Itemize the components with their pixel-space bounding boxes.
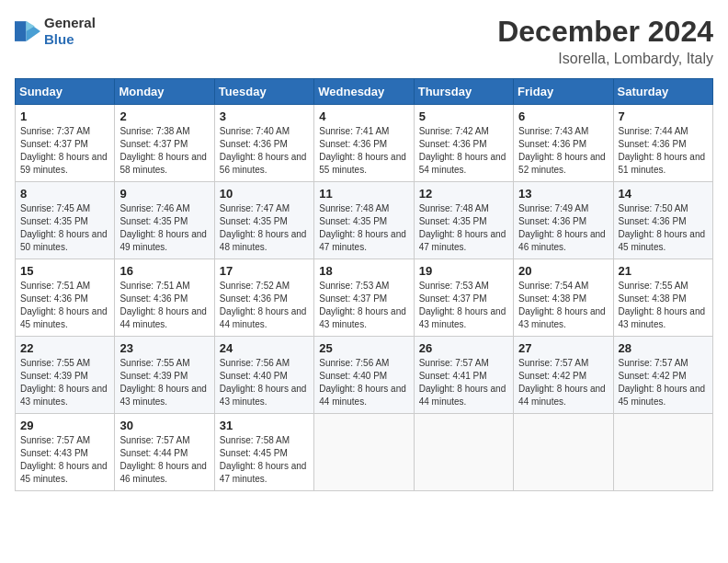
logo-general: General [44, 15, 96, 30]
calendar-cell: 5Sunrise: 7:42 AMSunset: 4:36 PMDaylight… [414, 105, 513, 182]
calendar-cell: 31Sunrise: 7:58 AMSunset: 4:45 PMDayligh… [214, 414, 313, 491]
day-number: 4 [319, 109, 408, 123]
day-number: 17 [220, 264, 309, 278]
calendar-cell: 13Sunrise: 7:49 AMSunset: 4:36 PMDayligh… [514, 182, 613, 259]
logo-icon [15, 21, 40, 41]
calendar-cell: 6Sunrise: 7:43 AMSunset: 4:36 PMDaylight… [514, 105, 613, 182]
calendar-cell: 22Sunrise: 7:55 AMSunset: 4:39 PMDayligh… [16, 337, 115, 414]
day-info: Sunrise: 7:47 AMSunset: 4:35 PMDaylight:… [220, 202, 309, 254]
day-info: Sunrise: 7:57 AMSunset: 4:41 PMDaylight:… [419, 357, 508, 408]
calendar-week-4: 22Sunrise: 7:55 AMSunset: 4:39 PMDayligh… [16, 337, 713, 414]
day-info: Sunrise: 7:38 AMSunset: 4:37 PMDaylight:… [119, 125, 209, 177]
day-header-friday: Friday [514, 79, 613, 105]
calendar-week-1: 1Sunrise: 7:37 AMSunset: 4:37 PMDaylight… [16, 105, 713, 182]
day-header-sunday: Sunday [16, 79, 115, 105]
day-number: 2 [119, 109, 209, 123]
day-info: Sunrise: 7:48 AMSunset: 4:35 PMDaylight:… [319, 202, 408, 254]
day-header-monday: Monday [115, 79, 214, 105]
day-info: Sunrise: 7:55 AMSunset: 4:39 PMDaylight:… [20, 357, 109, 408]
calendar-cell: 17Sunrise: 7:52 AMSunset: 4:36 PMDayligh… [214, 259, 313, 337]
calendar-cell: 15Sunrise: 7:51 AMSunset: 4:36 PMDayligh… [16, 259, 115, 337]
calendar-cell: 25Sunrise: 7:56 AMSunset: 4:40 PMDayligh… [314, 337, 414, 414]
day-info: Sunrise: 7:48 AMSunset: 4:35 PMDaylight:… [419, 202, 508, 254]
day-number: 15 [20, 264, 109, 278]
calendar-cell: 7Sunrise: 7:44 AMSunset: 4:36 PMDaylight… [613, 105, 712, 182]
day-number: 28 [619, 341, 708, 355]
day-number: 21 [619, 264, 708, 278]
calendar-cell: 2Sunrise: 7:38 AMSunset: 4:37 PMDaylight… [115, 105, 214, 182]
svg-rect-0 [15, 21, 26, 41]
day-info: Sunrise: 7:45 AMSunset: 4:35 PMDaylight:… [20, 202, 109, 254]
calendar-cell [613, 414, 712, 491]
calendar-cell: 9Sunrise: 7:46 AMSunset: 4:35 PMDaylight… [115, 182, 214, 259]
calendar-cell: 8Sunrise: 7:45 AMSunset: 4:35 PMDaylight… [16, 182, 115, 259]
day-info: Sunrise: 7:56 AMSunset: 4:40 PMDaylight:… [319, 357, 408, 408]
calendar-cell: 16Sunrise: 7:51 AMSunset: 4:36 PMDayligh… [115, 259, 214, 337]
day-info: Sunrise: 7:55 AMSunset: 4:38 PMDaylight:… [619, 280, 708, 331]
day-info: Sunrise: 7:43 AMSunset: 4:36 PMDaylight:… [518, 125, 608, 177]
calendar-week-5: 29Sunrise: 7:57 AMSunset: 4:43 PMDayligh… [16, 414, 713, 491]
page-header: General Blue December 2024 Isorella, Lom… [15, 15, 713, 67]
day-info: Sunrise: 7:49 AMSunset: 4:36 PMDaylight:… [518, 202, 608, 254]
day-number: 7 [619, 109, 708, 123]
day-number: 27 [518, 341, 608, 355]
day-info: Sunrise: 7:37 AMSunset: 4:37 PMDaylight:… [20, 125, 109, 177]
calendar-cell: 4Sunrise: 7:41 AMSunset: 4:36 PMDaylight… [314, 105, 414, 182]
calendar-cell: 30Sunrise: 7:57 AMSunset: 4:44 PMDayligh… [115, 414, 214, 491]
day-header-wednesday: Wednesday [314, 79, 414, 105]
day-info: Sunrise: 7:58 AMSunset: 4:45 PMDaylight:… [220, 434, 309, 486]
logo-text: General Blue [44, 15, 96, 48]
day-info: Sunrise: 7:50 AMSunset: 4:36 PMDaylight:… [619, 202, 708, 254]
day-info: Sunrise: 7:53 AMSunset: 4:37 PMDaylight:… [419, 280, 508, 331]
day-number: 8 [20, 187, 109, 201]
calendar-table: SundayMondayTuesdayWednesdayThursdayFrid… [15, 78, 713, 491]
calendar-cell: 24Sunrise: 7:56 AMSunset: 4:40 PMDayligh… [214, 337, 313, 414]
day-info: Sunrise: 7:57 AMSunset: 4:44 PMDaylight:… [119, 434, 209, 486]
location-title: Isorella, Lombardy, Italy [497, 51, 713, 67]
day-info: Sunrise: 7:51 AMSunset: 4:36 PMDaylight:… [119, 280, 209, 331]
logo: General Blue [15, 15, 96, 48]
day-info: Sunrise: 7:51 AMSunset: 4:36 PMDaylight:… [20, 280, 109, 331]
day-number: 25 [319, 341, 408, 355]
day-number: 26 [419, 341, 508, 355]
day-number: 16 [119, 264, 209, 278]
calendar-header-row: SundayMondayTuesdayWednesdayThursdayFrid… [16, 79, 713, 105]
logo-blue: Blue [44, 31, 74, 47]
day-number: 6 [518, 109, 608, 123]
calendar-cell: 27Sunrise: 7:57 AMSunset: 4:42 PMDayligh… [514, 337, 613, 414]
calendar-cell [414, 414, 513, 491]
calendar-cell: 1Sunrise: 7:37 AMSunset: 4:37 PMDaylight… [16, 105, 115, 182]
day-number: 29 [20, 419, 109, 432]
day-info: Sunrise: 7:42 AMSunset: 4:36 PMDaylight:… [419, 125, 508, 177]
calendar-cell: 11Sunrise: 7:48 AMSunset: 4:35 PMDayligh… [314, 182, 414, 259]
day-info: Sunrise: 7:56 AMSunset: 4:40 PMDaylight:… [220, 357, 309, 408]
calendar-cell: 21Sunrise: 7:55 AMSunset: 4:38 PMDayligh… [613, 259, 712, 337]
calendar-cell: 3Sunrise: 7:40 AMSunset: 4:36 PMDaylight… [214, 105, 313, 182]
day-info: Sunrise: 7:40 AMSunset: 4:36 PMDaylight:… [220, 125, 309, 177]
calendar-cell: 26Sunrise: 7:57 AMSunset: 4:41 PMDayligh… [414, 337, 513, 414]
day-header-tuesday: Tuesday [214, 79, 313, 105]
day-number: 18 [319, 264, 408, 278]
day-header-saturday: Saturday [613, 79, 712, 105]
day-number: 5 [419, 109, 508, 123]
day-info: Sunrise: 7:44 AMSunset: 4:36 PMDaylight:… [619, 125, 708, 177]
calendar-week-2: 8Sunrise: 7:45 AMSunset: 4:35 PMDaylight… [16, 182, 713, 259]
day-number: 10 [220, 187, 309, 201]
day-info: Sunrise: 7:57 AMSunset: 4:43 PMDaylight:… [20, 434, 109, 486]
day-info: Sunrise: 7:57 AMSunset: 4:42 PMDaylight:… [619, 357, 708, 408]
day-number: 22 [20, 341, 109, 355]
calendar-cell: 28Sunrise: 7:57 AMSunset: 4:42 PMDayligh… [613, 337, 712, 414]
calendar-cell [514, 414, 613, 491]
calendar-cell: 10Sunrise: 7:47 AMSunset: 4:35 PMDayligh… [214, 182, 313, 259]
day-number: 11 [319, 187, 408, 201]
calendar-cell: 20Sunrise: 7:54 AMSunset: 4:38 PMDayligh… [514, 259, 613, 337]
calendar-cell: 29Sunrise: 7:57 AMSunset: 4:43 PMDayligh… [16, 414, 115, 491]
day-number: 31 [220, 419, 309, 432]
calendar-cell [314, 414, 414, 491]
day-number: 30 [119, 419, 209, 432]
day-info: Sunrise: 7:57 AMSunset: 4:42 PMDaylight:… [518, 357, 608, 408]
calendar-cell: 14Sunrise: 7:50 AMSunset: 4:36 PMDayligh… [613, 182, 712, 259]
day-number: 19 [419, 264, 508, 278]
calendar-cell: 12Sunrise: 7:48 AMSunset: 4:35 PMDayligh… [414, 182, 513, 259]
day-number: 20 [518, 264, 608, 278]
